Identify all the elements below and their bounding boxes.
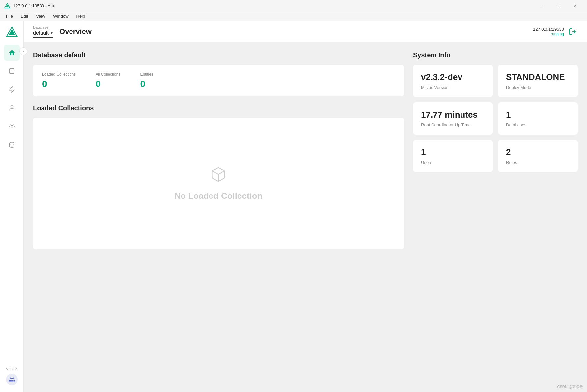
- db-dropdown[interactable]: default ▾: [33, 30, 53, 38]
- all-collections-value: 0: [96, 79, 120, 89]
- svg-point-7: [9, 142, 14, 144]
- menu-edit[interactable]: Edit: [17, 13, 31, 20]
- info-card-users: 1 Users: [413, 140, 493, 172]
- sidebar-item-collections[interactable]: [4, 63, 20, 79]
- sidebar-item-database[interactable]: [4, 137, 20, 153]
- left-panel: Database default Loaded Collections 0 Al…: [33, 51, 404, 383]
- sidebar-item-system[interactable]: [4, 118, 20, 134]
- content-header: Database default ▾ Overview 127.0.0.1:19…: [24, 21, 587, 42]
- left-section-title: Database default: [33, 51, 404, 59]
- connection-status: running: [533, 32, 564, 36]
- info-card-deploy-mode: STANDALONE Deploy Mode: [498, 65, 578, 97]
- db-dropdown-text: default: [33, 30, 49, 36]
- chevron-down-icon: ▾: [51, 31, 53, 35]
- sidebar-version: v 2.3.2: [6, 367, 17, 371]
- loaded-collections-label: Loaded Collections: [42, 72, 76, 77]
- right-panel: System Info v2.3.2-dev Milvus Version ST…: [413, 51, 578, 383]
- svg-marker-3: [9, 29, 15, 35]
- menu-file[interactable]: File: [3, 13, 16, 20]
- menu-bar: File Edit View Window Help: [0, 12, 587, 21]
- databases-label: Databases: [506, 122, 570, 127]
- deploy-mode-label: Deploy Mode: [506, 85, 570, 90]
- deploy-mode-value: STANDALONE: [506, 72, 570, 82]
- minimize-button[interactable]: ─: [535, 0, 550, 12]
- roles-value: 2: [506, 147, 570, 157]
- database-selector[interactable]: Database default ▾: [33, 25, 53, 38]
- info-card-databases: 1 Databases: [498, 102, 578, 135]
- app-icon: [4, 3, 11, 9]
- loaded-collections-card: No Loaded Collection: [33, 118, 404, 249]
- main-content: Database default ▾ Overview 127.0.0.1:19…: [24, 21, 587, 392]
- empty-state: No Loaded Collection: [174, 140, 262, 227]
- sidebar-avatar[interactable]: [6, 374, 18, 385]
- title-bar: 127.0.0.1:19530 - Attu ─ □ ✕: [0, 0, 587, 12]
- loaded-collections-title: Loaded Collections: [33, 104, 404, 112]
- sidebar-expand-button[interactable]: ›: [19, 47, 27, 55]
- menu-window[interactable]: Window: [50, 13, 71, 20]
- connection-address: 127.0.0.1:19530 running: [533, 27, 564, 36]
- system-info-title: System Info: [413, 51, 578, 59]
- menu-help[interactable]: Help: [73, 13, 89, 20]
- sidebar-item-search[interactable]: [4, 82, 20, 97]
- info-card-milvus-version: v2.3.2-dev Milvus Version: [413, 65, 493, 97]
- loaded-collections-value: 0: [42, 79, 76, 89]
- users-label: Users: [421, 160, 485, 165]
- entities-value: 0: [140, 79, 153, 89]
- svg-rect-4: [9, 69, 14, 74]
- loaded-collections-stat: Loaded Collections 0: [42, 72, 76, 89]
- connection-host: 127.0.0.1:19530: [533, 27, 564, 32]
- empty-collection-icon: [210, 166, 227, 186]
- entities-label: Entities: [140, 72, 153, 77]
- close-button[interactable]: ✕: [568, 0, 583, 12]
- users-value: 1: [421, 147, 485, 157]
- svg-point-6: [11, 125, 13, 127]
- menu-view[interactable]: View: [33, 13, 48, 20]
- all-collections-stat: All Collections 0: [96, 72, 120, 89]
- db-label: Database: [33, 25, 53, 29]
- page-title: Overview: [59, 27, 92, 36]
- connection-info: 127.0.0.1:19530 running: [533, 26, 578, 37]
- roles-label: Roles: [506, 160, 570, 165]
- system-info-grid: v2.3.2-dev Milvus Version STANDALONE Dep…: [413, 65, 578, 172]
- sidebar-nav: [4, 45, 20, 206]
- app-container: ›: [0, 21, 587, 392]
- entities-stat: Entities 0: [140, 72, 153, 89]
- uptime-label: Root Coordinator Up Time: [421, 122, 485, 127]
- empty-state-text: No Loaded Collection: [174, 191, 262, 201]
- uptime-value: 17.77 minutes: [421, 110, 485, 120]
- logout-icon[interactable]: [567, 26, 578, 37]
- sidebar-item-users[interactable]: [4, 100, 20, 116]
- window-controls: ─ □ ✕: [535, 0, 583, 12]
- maximize-button[interactable]: □: [551, 0, 567, 12]
- milvus-version-label: Milvus Version: [421, 85, 485, 90]
- stats-card: Loaded Collections 0 All Collections 0 E…: [33, 65, 404, 96]
- info-card-uptime: 17.77 minutes Root Coordinator Up Time: [413, 102, 493, 135]
- sidebar: ›: [0, 21, 24, 392]
- milvus-version-value: v2.3.2-dev: [421, 72, 485, 82]
- sidebar-item-home[interactable]: [4, 45, 20, 61]
- databases-value: 1: [506, 110, 570, 120]
- svg-point-5: [11, 106, 13, 108]
- window-title: 127.0.0.1:19530 - Attu: [13, 3, 535, 8]
- info-card-roles: 2 Roles: [498, 140, 578, 172]
- content-area: Database default Loaded Collections 0 Al…: [24, 42, 587, 392]
- all-collections-label: All Collections: [96, 72, 120, 77]
- sidebar-logo: [5, 25, 19, 39]
